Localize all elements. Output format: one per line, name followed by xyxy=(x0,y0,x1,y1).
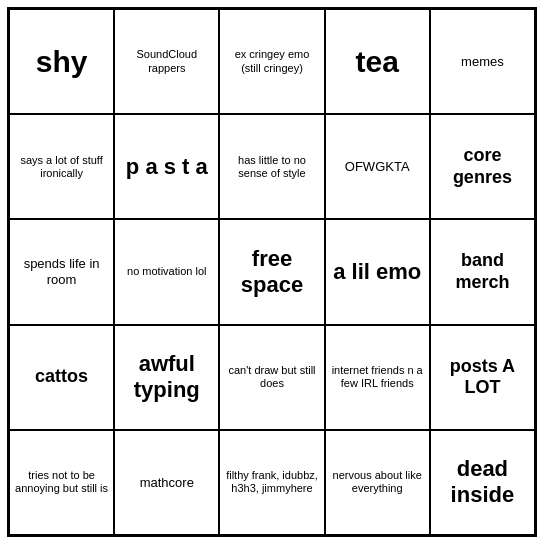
bingo-cell-r1c1: p a s t a xyxy=(114,114,219,219)
bingo-cell-r2c2: free space xyxy=(219,219,324,324)
bingo-cell-r0c4: memes xyxy=(430,9,535,114)
bingo-cell-r1c2: has little to no sense of style xyxy=(219,114,324,219)
bingo-cell-r0c0: shy xyxy=(9,9,114,114)
bingo-cell-r2c1: no motivation lol xyxy=(114,219,219,324)
bingo-cell-r2c4: band merch xyxy=(430,219,535,324)
bingo-cell-r3c2: can't draw but still does xyxy=(219,325,324,430)
bingo-cell-r4c1: mathcore xyxy=(114,430,219,535)
bingo-cell-r4c4: dead inside xyxy=(430,430,535,535)
bingo-cell-r4c0: tries not to be annoying but still is xyxy=(9,430,114,535)
bingo-cell-r0c1: SoundCloud rappers xyxy=(114,9,219,114)
bingo-cell-r2c0: spends life in room xyxy=(9,219,114,324)
bingo-cell-r0c3: tea xyxy=(325,9,430,114)
bingo-cell-r0c2: ex cringey emo (still cringey) xyxy=(219,9,324,114)
bingo-cell-r3c0: cattos xyxy=(9,325,114,430)
bingo-cell-r1c0: says a lot of stuff ironically xyxy=(9,114,114,219)
bingo-cell-r3c4: posts A LOT xyxy=(430,325,535,430)
bingo-cell-r1c4: core genres xyxy=(430,114,535,219)
bingo-cell-r4c3: nervous about like everything xyxy=(325,430,430,535)
bingo-cell-r4c2: filthy frank, idubbz, h3h3, jimmyhere xyxy=(219,430,324,535)
bingo-cell-r3c3: internet friends n a few IRL friends xyxy=(325,325,430,430)
bingo-cell-r2c3: a lil emo xyxy=(325,219,430,324)
bingo-cell-r1c3: OFWGKTA xyxy=(325,114,430,219)
bingo-board: shySoundCloud rappersex cringey emo (sti… xyxy=(7,7,537,537)
bingo-cell-r3c1: awful typing xyxy=(114,325,219,430)
